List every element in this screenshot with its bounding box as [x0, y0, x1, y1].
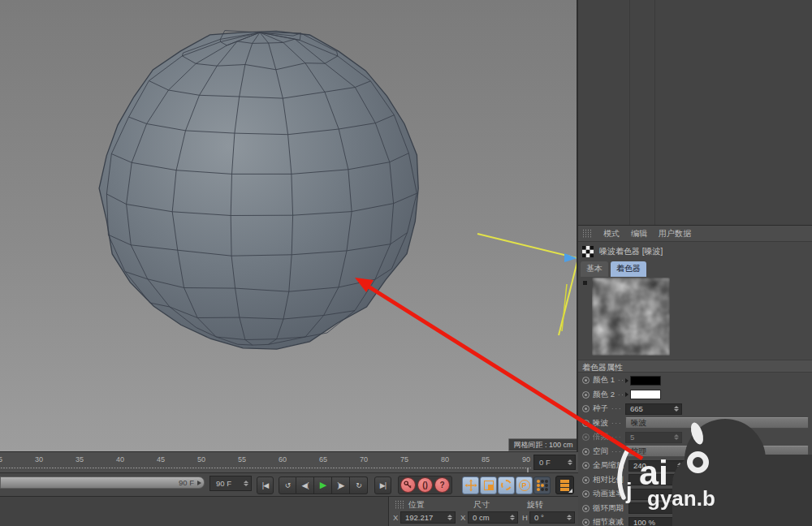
number-field[interactable]: 5	[625, 432, 682, 443]
stepper-icon[interactable]	[676, 503, 683, 513]
frame-tick-label: 90	[522, 455, 530, 463]
number-field[interactable]: 240	[628, 460, 685, 472]
dropdown-button[interactable]: 纹理	[625, 446, 809, 457]
move-icon	[464, 479, 477, 492]
tab-基本[interactable]: 基本	[581, 261, 608, 277]
slider-frame-label: 90 F	[179, 478, 194, 487]
dropdown-button[interactable]: 噪波	[625, 417, 809, 429]
frame-tick-label: 45	[157, 455, 165, 463]
record-keyframe-button[interactable]	[400, 477, 416, 493]
shader-title-row: 噪波着色器 [噪波]	[582, 246, 663, 257]
stepper-icon[interactable]	[508, 512, 516, 523]
axis-label: X	[460, 513, 465, 522]
keyframe-circle-icon[interactable]	[582, 462, 590, 469]
goto-end-button[interactable]: ▶|	[374, 476, 391, 494]
keyframe-circle-icon[interactable]	[582, 448, 590, 455]
stepper-icon[interactable]	[676, 475, 683, 485]
menu-item-3[interactable]: 用户数据	[659, 228, 691, 239]
keyframe-circle-icon[interactable]	[582, 433, 590, 441]
keyframe-circle-icon[interactable]	[582, 377, 590, 384]
loop-forward-button[interactable]: ↻	[350, 476, 368, 494]
stepper-icon[interactable]	[676, 489, 683, 499]
stepper-icon[interactable]	[446, 512, 453, 523]
timeline-ruler[interactable]: 0 F 2530354045505560657075808590	[0, 451, 578, 472]
parameter-icon: P	[519, 480, 530, 491]
frame-tick-label: 30	[35, 455, 43, 463]
noise-preview[interactable]	[592, 278, 670, 356]
property-label: 颜色 1	[593, 375, 615, 386]
autokey-button[interactable]: ()	[417, 477, 433, 493]
color-swatch[interactable]	[630, 390, 661, 399]
frame-tick-label: 70	[360, 455, 368, 463]
record-parameter-button[interactable]: P	[516, 476, 533, 494]
stepper-icon[interactable]	[565, 512, 572, 523]
panel-grip-icon[interactable]	[395, 500, 404, 509]
stepper-icon[interactable]	[566, 455, 573, 469]
shader-properties-header: 着色器属性	[578, 360, 812, 373]
number-field[interactable]	[628, 474, 685, 485]
play-forward-button[interactable]: ▶	[314, 476, 332, 494]
record-scale-button[interactable]	[480, 476, 497, 494]
expand-arrow-icon[interactable]	[625, 378, 628, 383]
dotted-leader	[617, 394, 623, 396]
menu-item-2[interactable]: 编辑	[631, 228, 647, 239]
dotted-leader	[611, 451, 623, 453]
record-toggle-group: P	[462, 476, 551, 494]
property-label: 种子	[593, 403, 608, 414]
range-end-field[interactable]: 0 F	[533, 455, 576, 470]
menu-item-1[interactable]: 模式	[603, 228, 620, 239]
frame-tick-label: 25	[0, 455, 2, 463]
keyframe-circle-icon[interactable]	[582, 391, 590, 399]
property-label: 全局缩放	[593, 460, 624, 471]
goto-start-button[interactable]: |◀	[257, 476, 274, 494]
next-key-button[interactable]: )▶	[332, 476, 350, 494]
keyframe-circle-icon[interactable]	[582, 490, 590, 498]
property-label: 细节衰减	[593, 517, 624, 526]
color-swatch[interactable]	[630, 376, 661, 386]
property-row: 颜色 1	[578, 373, 812, 388]
scale-icon	[484, 481, 494, 490]
tab-着色器[interactable]: 着色器	[611, 261, 646, 277]
number-field[interactable]: 665	[625, 403, 682, 415]
property-row: 全局缩放240	[578, 459, 812, 473]
stepper-icon[interactable]	[672, 404, 680, 414]
number-field[interactable]	[628, 489, 685, 500]
stepper-icon[interactable]	[676, 461, 683, 471]
record-rotation-button[interactable]	[498, 476, 515, 494]
timeline-mode-button[interactable]	[555, 476, 574, 494]
keyframe-circle-icon[interactable]	[582, 420, 590, 427]
frame-tick-label: 80	[441, 455, 449, 463]
coordinates-panel: 位置尺寸旋转 X192.217 cmX0 cmH0 °	[388, 496, 578, 526]
dotted-leader	[611, 422, 623, 425]
number-field[interactable]	[628, 502, 685, 514]
key-icon	[404, 481, 412, 489]
timeline-power-slider[interactable]: 90 F	[0, 476, 205, 489]
preview-expander-icon[interactable]	[583, 281, 587, 285]
stepper-icon[interactable]	[242, 476, 249, 490]
stepper-icon[interactable]	[676, 518, 683, 526]
attribute-manager: 模式编辑用户数据 噪波着色器 [噪波] 基本着色器	[578, 226, 812, 526]
record-position-button[interactable]	[462, 476, 479, 494]
coord-value-field[interactable]: 192.217 cm	[400, 511, 456, 524]
stepper-icon[interactable]	[672, 433, 680, 442]
keyframe-circle-icon[interactable]	[582, 476, 590, 484]
keyframe-circle-icon[interactable]	[582, 405, 590, 412]
panel-grip-icon[interactable]	[582, 229, 592, 238]
coordinates-fields: X192.217 cmX0 cmH0 °	[389, 511, 578, 524]
coord-value-field[interactable]: 0 cm	[468, 511, 518, 524]
expand-arrow-icon[interactable]	[625, 392, 628, 397]
property-label: 倍频	[593, 432, 608, 442]
record-pla-button[interactable]	[533, 476, 551, 494]
current-frame-field[interactable]: 90 F	[209, 476, 252, 491]
prev-key-button[interactable]: ◀(	[296, 476, 314, 494]
keyframe-selection-button[interactable]: ?	[434, 477, 450, 493]
loop-back-button[interactable]: ↺	[279, 476, 296, 494]
keyframe-circle-icon[interactable]	[582, 505, 590, 512]
grid-spacing-label: 网格间距 : 100 cm	[508, 438, 578, 451]
number-field[interactable]: 100 %	[628, 517, 685, 526]
keyframe-circle-icon[interactable]	[582, 519, 590, 526]
viewport-3d[interactable]: 网格间距 : 100 cm	[0, 0, 578, 451]
coord-value-field[interactable]: 0 °	[529, 511, 575, 524]
dotted-leader	[617, 379, 623, 382]
property-label: 空间	[593, 446, 608, 457]
